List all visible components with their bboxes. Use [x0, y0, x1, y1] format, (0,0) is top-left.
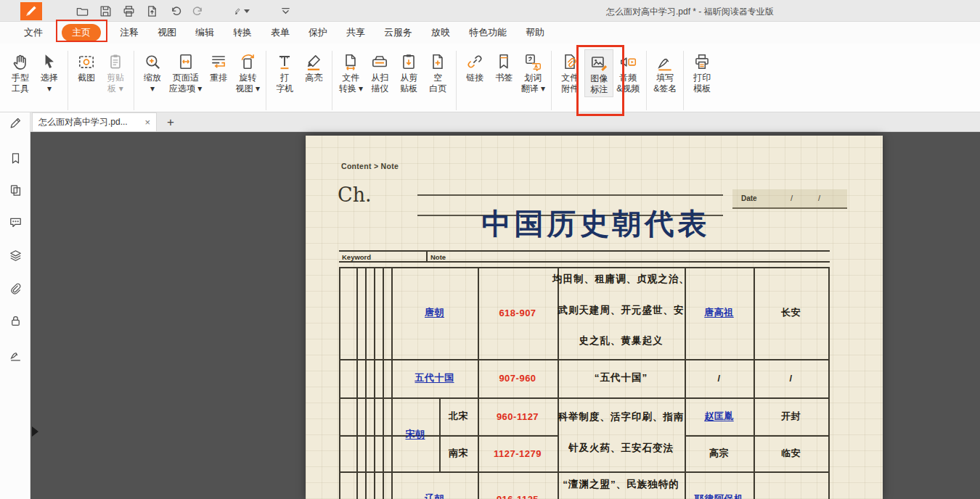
ribbon-button-page-fit[interactable]: 页面适 应选项 ▾ [167, 49, 204, 96]
ribbon-label: 附件 [561, 83, 579, 94]
ribbon-button-translate[interactable]: 划词 翻译 ▾ [518, 49, 547, 96]
panel-expand-arrow-icon[interactable] [32, 426, 38, 437]
grid-line [339, 471, 830, 473]
open-folder-icon[interactable] [74, 3, 90, 19]
brush-tool-icon[interactable] [234, 3, 250, 19]
menu-edit[interactable]: 编辑 [195, 26, 214, 39]
table-founder-link[interactable]: 耶律阿保机 [685, 492, 754, 499]
ribbon-button-blank-page[interactable]: 空 白页 [423, 49, 452, 96]
menubar: 文件 主页 注释 视图 编辑 转换 表单 保护 共享 云服务 放映 特色功能 帮… [0, 22, 980, 44]
note-header: Note [430, 253, 446, 261]
ribbon-label: 文件 [342, 73, 359, 83]
ribbon-button-hand-tool[interactable]: 手型 工具 [6, 49, 35, 96]
layers-panel-icon[interactable] [0, 245, 30, 265]
ribbon-separator [134, 51, 134, 110]
ribbon-label: 剪贴 [107, 73, 124, 83]
redo-icon[interactable] [190, 3, 206, 19]
menu-special-features[interactable]: 特色功能 [469, 26, 507, 39]
ribbon-button-link[interactable]: 链接 [460, 49, 489, 85]
grid-line [374, 267, 375, 499]
ribbon-button-select[interactable]: 选择 ▾ [35, 49, 64, 96]
translate-icon [523, 51, 542, 73]
collapse-toolbar-icon[interactable] [277, 3, 293, 19]
table-period: 907-960 [478, 371, 558, 384]
table-founder-link[interactable]: 唐高祖 [685, 306, 754, 319]
ribbon-button-bookmark[interactable]: 书签 [489, 49, 518, 85]
zoom-magnifier-icon [143, 51, 162, 73]
table-note: “澶渊之盟”、民族独特的 [558, 478, 685, 491]
rotate-view-icon [238, 51, 257, 73]
table-keyword-link[interactable]: 唐朝 [391, 306, 478, 319]
menu-file[interactable]: 文件 [24, 26, 43, 39]
bookmark-ribbon-icon [494, 51, 513, 73]
ribbon-button-fill-sign[interactable]: 填写 &签名 [650, 49, 679, 96]
menu-view[interactable]: 视图 [158, 26, 176, 39]
keyword-header: Keyword [342, 253, 371, 261]
ribbon-label: 白页 [429, 83, 446, 94]
menu-form[interactable]: 表单 [271, 26, 290, 39]
ribbon-button-zoom[interactable]: 缩放 ▾ [138, 49, 167, 96]
undo-icon[interactable] [167, 3, 183, 19]
menu-convert[interactable]: 转换 [233, 26, 252, 39]
ribbon-label: 旋转 [239, 73, 256, 83]
window-title: 怎么面对高中学习.pdf * - 福昕阅读器专业版 [606, 6, 774, 18]
comments-panel-icon[interactable] [0, 212, 30, 232]
ribbon-button-audio-video[interactable]: 音频 &视频 [613, 49, 642, 96]
table-keyword-link[interactable]: 辽朝 [391, 492, 478, 499]
tab-close-icon[interactable]: × [144, 117, 150, 127]
grid-line [339, 359, 830, 360]
table-period: 618-907 [478, 306, 558, 319]
bookmarks-panel-icon[interactable] [0, 148, 30, 168]
ribbon-label: 页面适 [173, 73, 199, 83]
ribbon-button-print-template[interactable]: 打印 模板 [687, 49, 716, 96]
table-keyword-link[interactable]: 五代十国 [391, 371, 478, 384]
navigation-sidebar [0, 112, 30, 499]
grid-line [365, 267, 367, 499]
export-icon[interactable] [144, 3, 160, 19]
grid-line [828, 267, 830, 499]
security-panel-icon[interactable] [0, 310, 30, 331]
ribbon-button-scanner[interactable]: 从扫 描仪 [365, 49, 394, 96]
ribbon-button-file-convert[interactable]: 文件 转换 ▾ [336, 49, 365, 96]
ribbon-label: 截图 [78, 73, 95, 83]
menu-help[interactable]: 帮助 [526, 26, 544, 39]
ribbon-button-reflow[interactable]: 重排 [204, 49, 233, 85]
signature-panel-icon[interactable] [0, 345, 30, 366]
document-tab[interactable]: 怎么面对高中学习.pd... × [32, 112, 157, 131]
grid-line [339, 435, 558, 437]
grid-line [439, 397, 441, 471]
foxit-logo[interactable] [20, 2, 42, 20]
pages-panel-icon[interactable] [0, 180, 30, 200]
menu-protect[interactable]: 保护 [309, 26, 327, 39]
print-icon[interactable] [121, 3, 136, 19]
menu-present[interactable]: 放映 [431, 26, 450, 39]
ribbon-label: 图像 [590, 73, 608, 84]
ribbon-button-file-attachment[interactable]: 文件 附件 [555, 49, 584, 96]
menu-cloud[interactable]: 云服务 [384, 26, 412, 39]
menu-share[interactable]: 共享 [346, 26, 365, 39]
menu-comment[interactable]: 注释 [120, 26, 139, 39]
blank-page-icon [428, 51, 447, 73]
save-icon[interactable] [97, 3, 113, 19]
reflow-icon [209, 51, 228, 73]
ribbon-label: 工具 [12, 83, 29, 94]
menu-home-active[interactable]: 主页 [62, 24, 101, 41]
table-founder-link[interactable]: 赵匡胤 [685, 410, 754, 423]
table-keyword-link[interactable]: 宋朝 [391, 428, 439, 441]
ribbon-button-snapshot[interactable]: 截图 [72, 49, 101, 85]
table-capital: / [754, 371, 828, 384]
ribbon-button-highlight[interactable]: 高亮 [299, 49, 328, 85]
attachments-panel-icon[interactable] [0, 279, 30, 299]
new-tab-button[interactable]: + [167, 116, 174, 128]
annotate-pencil-icon[interactable] [0, 112, 30, 133]
ribbon-button-rotate-view[interactable]: 旋转 视图 ▾ [233, 49, 262, 96]
document-tab-label: 怎么面对高中学习.pd... [38, 116, 140, 128]
ribbon-button-clipboard[interactable]: 剪贴 板 ▾ [101, 49, 130, 96]
document-tabbar: 怎么面对高中学习.pd... × + [30, 112, 980, 132]
ribbon-button-typewriter[interactable]: 打 字机 [270, 49, 299, 96]
ribbon-separator [646, 51, 647, 110]
ribbon-button-image-annotation[interactable]: 图像 标注 [584, 49, 613, 97]
table-period: 916-1125 [478, 492, 558, 499]
ribbon-button-paste-clipboard[interactable]: 从剪 贴板 [394, 49, 423, 96]
table-note: 武则天建周、开元盛世、安 [558, 304, 685, 317]
